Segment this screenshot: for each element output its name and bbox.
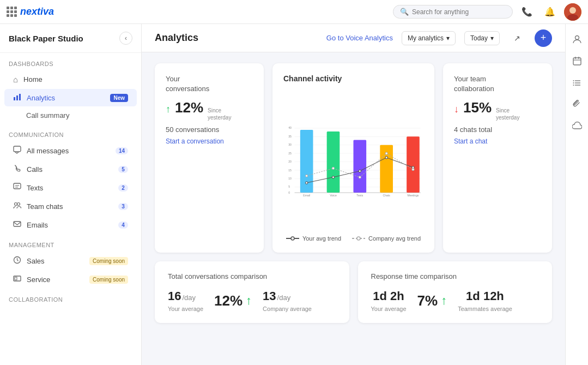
dashboard: Yourconversations ↑ 12% Sinceyesterday 5… [142,52,565,334]
svg-point-50 [357,237,360,240]
sidebar-item-analytics[interactable]: Analytics New [4,89,137,106]
coming-soon-badge: Coming soon [89,276,128,284]
bar-voice [327,131,340,193]
svg-text:Email: Email [303,194,310,197]
sidebar-item-service[interactable]: Service Coming soon [4,271,137,288]
top-navigation: nextiva 🔍 📞 🔔 [0,0,588,24]
channel-activity-card: Channel activity 40 35 30 25 20 15 10 5 [272,63,434,253]
svg-text:20: 20 [288,160,292,163]
conversations-percent-row: ↑ 12% Sinceyesterday [166,99,253,121]
bell-icon[interactable]: 🔔 [541,3,559,21]
legend-company-avg-label: Company avg trend [368,235,421,242]
search-icon: 🔍 [400,8,409,16]
share-icon[interactable]: ↗ [508,29,526,47]
legend-your-avg: Your avg trend [286,235,341,242]
team-since: Sinceyesterday [496,107,519,121]
attachment-icon[interactable] [568,96,586,113]
content-area: Analytics Go to Voice Analytics My analy… [142,24,565,365]
my-analytics-button[interactable]: My analytics ▾ [402,31,456,45]
count-badge: 14 [116,147,128,154]
sidebar-item-calls[interactable]: Calls 5 [4,160,137,178]
profile-icon[interactable] [568,31,586,48]
team-count: 4 chats total [454,125,541,134]
grid-icon [7,7,17,17]
start-conversation-link[interactable]: Start a conversation [166,137,224,145]
home-icon: ⌂ [13,75,18,84]
response-pct-block: 7% ↑ [417,292,447,309]
sidebar-item-call-summary[interactable]: Call summary [4,107,137,123]
emails-icon [13,220,21,230]
response-time-title: Response time comparison [371,272,539,280]
total-percent: 12% [214,292,243,309]
total-pct-block: 12% ↑ [214,292,252,309]
sidebar-item-label: Texts [27,184,113,192]
svg-rect-7 [14,183,21,189]
svg-rect-6 [14,146,21,152]
sidebar-item-label: Service [27,276,82,284]
svg-point-8 [15,203,17,206]
chevron-down-icon: ▾ [490,34,494,42]
svg-text:25: 25 [288,152,292,155]
down-arrow-icon: ↓ [454,104,459,115]
logo-text: nextiva [20,6,54,17]
chevron-down-icon: ▾ [446,34,450,42]
sidebar-item-home[interactable]: ⌂ Home [4,71,137,88]
your-avg-unit: /day [182,294,196,302]
svg-text:Meetings: Meetings [408,194,419,197]
team-percent: 15% [463,99,492,116]
conversations-card: Yourconversations ↑ 12% Sinceyesterday 5… [155,63,264,253]
list-icon[interactable] [568,74,586,92]
search-input[interactable] [412,8,506,16]
svg-point-45 [385,152,387,154]
sidebar-item-sales[interactable]: Sales Coming soon [4,252,137,270]
up-arrow-icon: ↑ [441,294,447,308]
count-badge: 5 [118,166,128,173]
company-avg-value: 13 [263,289,276,303]
svg-text:5: 5 [288,185,290,188]
sidebar-item-team-chats[interactable]: Team chats 3 [4,198,137,215]
svg-point-9 [17,203,20,206]
sidebar-item-label: Emails [27,221,113,229]
new-badge: New [110,94,128,102]
chart-title: Channel activity [283,74,423,83]
chart-legend: Your avg trend Company avg trend [283,235,423,242]
sidebar-item-texts[interactable]: Texts 2 [4,179,137,196]
svg-text:35: 35 [288,135,292,138]
svg-point-43 [332,167,334,169]
search-bar[interactable]: 🔍 [393,5,513,19]
sidebar-item-label: All messages [27,147,110,155]
svg-point-37 [306,182,308,184]
collapse-button[interactable]: ‹ [119,32,132,45]
response-percent: 7% [417,292,438,309]
collaboration-section-label: Collaboration [0,289,141,306]
conversations-since: Sinceyesterday [208,107,231,121]
svg-point-38 [332,176,334,178]
cloud-icon[interactable] [568,118,586,135]
svg-text:40: 40 [288,126,292,129]
svg-point-61 [573,85,574,86]
today-button[interactable]: Today ▾ [464,31,500,45]
company-avg-legend-icon [352,236,365,241]
response-your-avg: 1d 2h [373,289,404,303]
service-icon [13,274,21,284]
sidebar-item-label: Home [23,75,128,83]
total-conversations-title: Total conversations comparison [168,272,336,280]
svg-text:Chats: Chats [383,194,390,197]
avatar[interactable] [564,3,581,21]
your-avg-value: 16 [168,289,181,303]
calendar-icon[interactable] [568,52,586,70]
svg-point-42 [306,175,308,177]
start-chat-link[interactable]: Start a chat [454,137,487,145]
sidebar-item-all-messages[interactable]: All messages 14 [4,142,137,159]
conversations-count: 50 conversations [166,125,253,134]
voice-analytics-link[interactable]: Go to Voice Analytics [326,34,393,42]
svg-rect-3 [14,97,15,100]
up-arrow-icon: ↑ [246,294,252,308]
sidebar-title: Black Paper Studio [9,34,83,43]
svg-point-2 [567,14,578,21]
add-button[interactable]: + [535,29,552,47]
sidebar-item-emails[interactable]: Emails 4 [4,216,137,234]
your-avg-label: Your average [168,306,203,312]
phone-icon[interactable]: 📞 [518,3,536,21]
response-time-card: Response time comparison 1d 2h Your aver… [358,261,553,323]
